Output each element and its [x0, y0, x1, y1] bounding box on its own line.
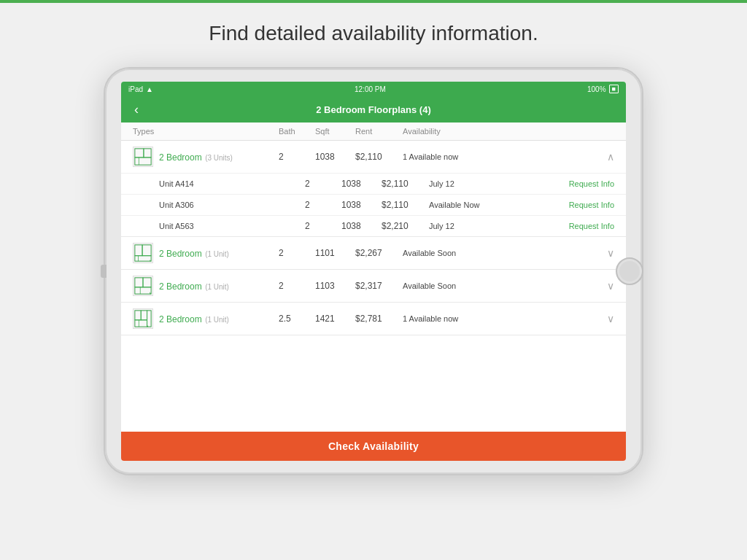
unit-a306-rent: $2,110: [382, 200, 429, 210]
unit-a306-request[interactable]: Request Info: [541, 201, 614, 209]
floorplan-1-header[interactable]: 2 Bedroom (3 Units) 2 1038 $2,110 1 Avai…: [121, 141, 626, 173]
fp1-avail: 1 Available now: [403, 152, 592, 161]
svg-rect-3: [135, 158, 151, 165]
svg-rect-16: [135, 311, 141, 320]
fp3-avail: Available Soon: [403, 281, 592, 290]
unit-a563-rent: $2,210: [382, 221, 429, 231]
svg-rect-0: [135, 149, 151, 165]
unit-row: Unit A563 2 1038 $2,210 July 12 Request …: [121, 215, 626, 236]
top-accent-bar: [0, 0, 747, 3]
col-availability: Availability: [403, 127, 614, 136]
table-container: Types Bath Sqft Rent Availability: [121, 122, 626, 432]
floorplan-3-name: 2 Bedroom (1 Unit): [133, 276, 279, 296]
svg-rect-2: [144, 149, 151, 158]
nav-bar: ‹ 2 Bedroom Floorplans (4): [121, 96, 626, 122]
status-right: 100% ■: [587, 85, 619, 93]
svg-rect-8: [135, 256, 151, 261]
status-left: iPad ▲: [128, 85, 153, 93]
status-time: 12:00 PM: [355, 85, 386, 93]
floorplan-3-header[interactable]: 2 Bedroom (1 Unit) 2 1103 $2,317 Availab…: [121, 270, 626, 302]
svg-rect-13: [135, 287, 151, 294]
fp1-sqft: 1038: [315, 152, 355, 162]
floorplan-2-icon: [133, 243, 153, 263]
svg-rect-1: [135, 149, 144, 158]
unit-a306-sqft: 1038: [341, 200, 382, 210]
unit-a563-avail: July 12: [429, 222, 541, 230]
fp2-chevron[interactable]: ∨: [592, 247, 614, 259]
svg-rect-11: [135, 278, 143, 287]
unit-a414-request[interactable]: Request Info: [541, 179, 614, 188]
col-sqft: Sqft: [315, 127, 355, 136]
fp1-chevron[interactable]: ∧: [592, 151, 614, 163]
col-bath: Bath: [279, 127, 315, 136]
unit-a306-bath: 2: [305, 200, 341, 210]
col-types: Types: [133, 127, 279, 136]
svg-rect-18: [147, 311, 152, 327]
page-title: Find detailed availability information.: [209, 22, 538, 45]
floorplan-1-name: 2 Bedroom (3 Units): [133, 147, 279, 167]
floorplan-2-label: 2 Bedroom (1 Unit): [159, 246, 229, 260]
unit-row: Unit A414 2 1038 $2,110 July 12 Request …: [121, 173, 626, 194]
floorplan-2-name: 2 Bedroom (1 Unit): [133, 243, 279, 263]
floorplan-4-label: 2 Bedroom (1 Unit): [159, 312, 229, 325]
unit-a414-rent: $2,110: [382, 179, 429, 189]
fp1-rent: $2,110: [355, 152, 403, 162]
fp4-bath: 2.5: [279, 314, 315, 324]
fp4-avail: 1 Available now: [403, 314, 592, 323]
fp4-sqft: 1421: [315, 314, 355, 324]
unit-a563-request[interactable]: Request Info: [541, 222, 614, 230]
fp3-rent: $2,317: [355, 281, 403, 291]
fp1-bath: 2: [279, 152, 315, 162]
fp4-chevron[interactable]: ∨: [592, 313, 614, 324]
back-button[interactable]: ‹: [130, 99, 143, 120]
unit-a414-sqft: 1038: [341, 179, 382, 189]
wifi-icon: ▲: [146, 85, 153, 93]
fp2-bath: 2: [279, 248, 315, 258]
floorplan-row: 2 Bedroom (3 Units) 2 1038 $2,110 1 Avai…: [121, 141, 626, 237]
floorplan-3-icon: [133, 276, 153, 296]
floorplan-row: 2 Bedroom (1 Unit) 2 1101 $2,267 Availab…: [121, 237, 626, 270]
svg-rect-17: [141, 311, 147, 320]
floorplan-3-label: 2 Bedroom (1 Unit): [159, 279, 229, 292]
fp2-sqft: 1101: [315, 248, 355, 258]
fp2-rent: $2,267: [355, 248, 403, 258]
battery-label: 100%: [587, 85, 606, 93]
svg-rect-6: [135, 245, 142, 256]
fp2-avail: Available Soon: [403, 249, 592, 257]
floorplan-1-label: 2 Bedroom (3 Units): [159, 150, 233, 163]
battery-icon: ■: [609, 85, 619, 93]
check-availability-button[interactable]: Check Availability: [121, 432, 626, 461]
fp3-sqft: 1103: [315, 281, 355, 291]
fp3-chevron[interactable]: ∨: [592, 280, 614, 292]
col-rent: Rent: [355, 127, 403, 136]
unit-a563-sqft: 1038: [341, 221, 382, 231]
table-header: Types Bath Sqft Rent Availability: [121, 122, 626, 141]
unit-a563-bath: 2: [305, 221, 341, 231]
svg-rect-7: [142, 245, 151, 256]
home-button[interactable]: [616, 257, 643, 285]
fp3-bath: 2: [279, 281, 315, 291]
svg-rect-12: [143, 278, 151, 287]
unit-row: Unit A306 2 1038 $2,110 Available Now Re…: [121, 194, 626, 215]
nav-title: 2 Bedroom Floorplans (4): [316, 104, 430, 115]
unit-a414-avail: July 12: [429, 179, 541, 188]
svg-rect-19: [135, 320, 147, 327]
device-label: iPad: [128, 85, 143, 93]
svg-rect-5: [135, 245, 151, 261]
floorplan-1-icon: [133, 147, 153, 167]
ipad-frame: iPad ▲ 12:00 PM 100% ■ ‹ 2 Bedroom Floor…: [104, 67, 643, 475]
unit-a306-name: Unit A306: [159, 201, 305, 209]
status-bar: iPad ▲ 12:00 PM 100% ■: [121, 82, 626, 96]
floorplan-row: 2 Bedroom (1 Unit) 2.5 1421 $2,781 1 Ava…: [121, 303, 626, 335]
floorplan-4-header[interactable]: 2 Bedroom (1 Unit) 2.5 1421 $2,781 1 Ava…: [121, 303, 626, 335]
floorplan-4-name: 2 Bedroom (1 Unit): [133, 308, 279, 329]
floorplan-2-header[interactable]: 2 Bedroom (1 Unit) 2 1101 $2,267 Availab…: [121, 237, 626, 269]
unit-a414-name: Unit A414: [159, 179, 305, 188]
fp4-rent: $2,781: [355, 314, 403, 324]
floorplan-row: 2 Bedroom (1 Unit) 2 1103 $2,317 Availab…: [121, 270, 626, 303]
unit-a414-bath: 2: [305, 179, 341, 189]
ipad-screen: iPad ▲ 12:00 PM 100% ■ ‹ 2 Bedroom Floor…: [121, 82, 626, 461]
unit-a563-name: Unit A563: [159, 222, 305, 230]
svg-rect-15: [135, 311, 151, 327]
floorplan-4-icon: [133, 308, 153, 329]
